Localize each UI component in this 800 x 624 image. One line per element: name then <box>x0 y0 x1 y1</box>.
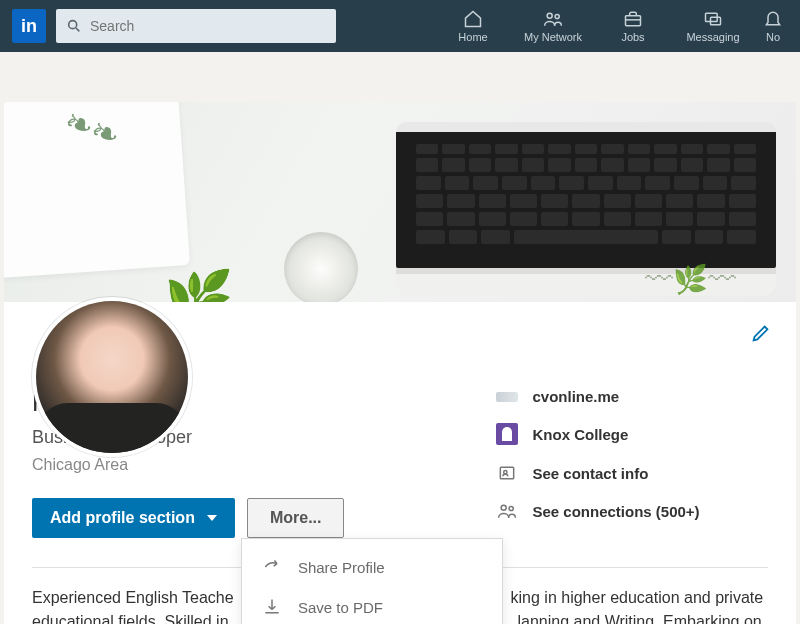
search-box <box>56 9 336 43</box>
contact-info-link[interactable]: See contact info <box>496 463 768 483</box>
edit-profile-button[interactable] <box>750 322 772 348</box>
pencil-icon <box>750 322 772 344</box>
bio-frag-1b: king in higher education and private <box>511 589 764 606</box>
svg-point-0 <box>69 21 77 29</box>
logo-text: in <box>21 16 37 37</box>
bell-icon <box>762 9 784 29</box>
svg-point-11 <box>510 506 514 510</box>
bio-frag-1: Experienced English Teache <box>32 589 234 606</box>
more-button[interactable]: More... <box>247 498 345 538</box>
share-profile-item[interactable]: Share Profile <box>242 547 502 587</box>
search-icon <box>66 18 82 34</box>
messaging-icon <box>702 9 724 29</box>
briefcase-icon <box>622 9 644 29</box>
contact-info-label: See contact info <box>532 465 648 482</box>
top-navbar: in Home My Network Jobs Messaging No <box>0 0 800 52</box>
profile-sidebar: cvonline.me Knox College See contact inf… <box>466 388 768 539</box>
share-profile-label: Share Profile <box>298 559 385 576</box>
cover-plant: 🌿 <box>164 267 234 302</box>
website-label: cvonline.me <box>532 388 619 405</box>
add-section-label: Add profile section <box>50 509 195 527</box>
nav-network-label: My Network <box>524 31 582 43</box>
save-pdf-item[interactable]: Save to PDF <box>242 587 502 624</box>
connections-label: See connections (500+) <box>532 503 699 520</box>
more-dropdown: Share Profile Save to PDF <box>241 538 503 624</box>
more-label: More... <box>270 509 322 526</box>
svg-line-1 <box>76 28 79 31</box>
cover-sprig: 〰🌿〰 <box>645 263 736 296</box>
connections-icon <box>496 501 518 521</box>
profile-card: ❧❧ 🌿 〰🌿〰 Kaitlin Business Developer Chi <box>4 102 796 624</box>
cover-photo: ❧❧ 🌿 〰🌿〰 <box>4 102 796 302</box>
svg-point-2 <box>547 13 552 18</box>
bio-frag-2: educational fields. Skilled in <box>32 613 229 624</box>
avatar[interactable] <box>32 297 192 457</box>
school-icon <box>496 423 518 445</box>
nav-network[interactable]: My Network <box>518 9 588 43</box>
network-icon <box>541 9 565 29</box>
add-profile-section-button[interactable]: Add profile section <box>32 498 235 538</box>
school-label: Knox College <box>532 426 628 443</box>
school-link[interactable]: Knox College <box>496 423 768 445</box>
nav-messaging[interactable]: Messaging <box>678 9 748 43</box>
nav-notifications-label: No <box>766 31 780 43</box>
nav-messaging-label: Messaging <box>686 31 739 43</box>
save-pdf-label: Save to PDF <box>298 599 383 616</box>
contact-card-icon <box>497 463 517 483</box>
profile-location: Chicago Area <box>32 456 466 474</box>
nav-home[interactable]: Home <box>438 9 508 43</box>
svg-point-9 <box>504 471 507 474</box>
cover-candle <box>284 232 358 302</box>
home-icon <box>462 9 484 29</box>
svg-point-3 <box>555 14 559 18</box>
download-icon <box>262 597 282 617</box>
svg-point-10 <box>502 505 507 510</box>
website-icon <box>496 392 518 402</box>
nav-jobs[interactable]: Jobs <box>598 9 668 43</box>
svg-rect-4 <box>626 16 641 26</box>
search-input[interactable] <box>56 9 336 43</box>
connections-link[interactable]: See connections (500+) <box>496 501 768 521</box>
chevron-down-icon <box>207 515 217 521</box>
nav-jobs-label: Jobs <box>621 31 644 43</box>
nav-home-label: Home <box>458 31 487 43</box>
share-icon <box>262 557 282 577</box>
website-link[interactable]: cvonline.me <box>496 388 768 405</box>
nav-notifications[interactable]: No <box>758 9 788 43</box>
linkedin-logo[interactable]: in <box>12 9 46 43</box>
